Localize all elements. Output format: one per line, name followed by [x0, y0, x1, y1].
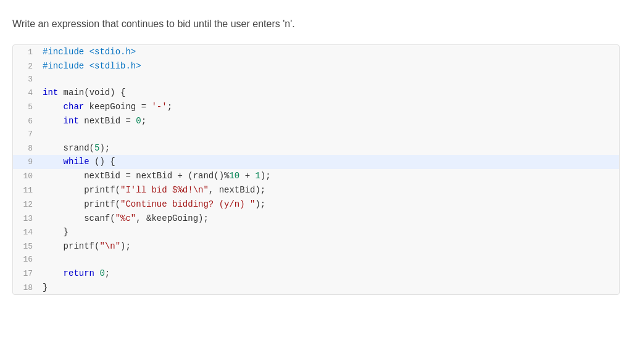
token-plain: nextBid = nextBid + (rand()%: [43, 171, 229, 181]
token-num: 10: [229, 171, 239, 181]
line-content: }: [43, 225, 619, 239]
code-line: 12 printf("Continue bidding? (y/n) ");: [13, 197, 619, 212]
line-content: int main(void) {: [43, 86, 619, 99]
token-plain: +: [239, 171, 255, 181]
line-number: 6: [13, 115, 43, 128]
line-number: 4: [13, 87, 43, 100]
line-content: srand(5);: [43, 141, 619, 155]
token-kw: return: [64, 268, 94, 278]
line-number: 7: [13, 128, 43, 141]
token-plain: ;: [105, 268, 110, 278]
line-content: #include <stdio.h>: [43, 45, 619, 59]
code-line: 5 char keepGoing = '-';: [13, 100, 619, 114]
token-plain: , nextBid);: [209, 185, 265, 195]
code-line: 8 srand(5);: [13, 141, 619, 155]
line-content: int nextBid = 0;: [43, 114, 619, 128]
line-content: while () {: [43, 155, 619, 168]
line-number: 2: [13, 60, 43, 73]
token-plain: keepGoing =: [84, 102, 151, 112]
token-plain: (: [89, 157, 100, 167]
line-number: 18: [13, 282, 43, 295]
token-plain: , &keepGoing);: [136, 213, 209, 223]
token-str: '-': [151, 102, 167, 112]
code-line: 6 int nextBid = 0;: [13, 114, 619, 128]
token-plain: [84, 47, 89, 57]
code-line: 9 while () {: [13, 155, 619, 169]
token-pp: <stdlib.h>: [89, 61, 141, 71]
line-content: #include <stdlib.h>: [43, 59, 619, 73]
line-number: 11: [13, 184, 43, 197]
token-pp: <stdio.h>: [89, 47, 136, 57]
instruction-text: Write an expression that continues to bi…: [12, 19, 620, 30]
token-kw: while: [64, 157, 89, 167]
token-plain: ) {: [99, 157, 115, 167]
token-plain: printf(: [43, 241, 99, 251]
line-number: 3: [13, 73, 43, 86]
token-str: "\n": [99, 241, 120, 251]
token-plain: main(void) {: [58, 88, 125, 97]
line-content: printf("\n");: [43, 239, 619, 253]
code-line: 10 nextBid = nextBid + (rand()%10 + 1);: [13, 169, 619, 183]
token-type: int: [64, 116, 79, 126]
code-line: 1#include <stdio.h>: [13, 45, 619, 59]
line-number: 10: [13, 170, 43, 183]
line-content: scanf("%c", &keepGoing);: [43, 212, 619, 225]
line-content: return 0;: [43, 267, 619, 280]
code-editor: 1#include <stdio.h>2#include <stdlib.h>3…: [12, 44, 620, 295]
code-line: 3: [13, 73, 619, 86]
token-plain: printf(: [43, 185, 120, 195]
line-number: 17: [13, 268, 43, 281]
page-container: Write an expression that continues to bi…: [0, 0, 632, 307]
line-number: 12: [13, 199, 43, 212]
token-num: 1: [255, 171, 260, 181]
token-num: 0: [99, 268, 104, 278]
token-plain: );: [255, 199, 265, 209]
token-plain: [43, 102, 64, 112]
token-plain: );: [260, 171, 271, 181]
line-number: 1: [13, 46, 43, 59]
line-content: printf("Continue bidding? (y/n) ");: [43, 197, 619, 211]
line-content: nextBid = nextBid + (rand()%10 + 1);: [43, 169, 619, 183]
line-number: 15: [13, 241, 43, 254]
token-type: int: [43, 88, 58, 97]
token-plain: [43, 268, 64, 278]
code-line: 14 }: [13, 225, 619, 239]
token-plain: );: [99, 143, 110, 153]
code-line: 16: [13, 254, 619, 267]
token-plain: [84, 61, 89, 71]
token-plain: }: [43, 227, 69, 237]
token-pp: #include: [43, 61, 84, 71]
code-line: 4int main(void) {: [13, 86, 619, 100]
line-number: 14: [13, 226, 43, 239]
token-str: "%c": [115, 213, 136, 223]
code-line: 15 printf("\n");: [13, 239, 619, 254]
line-number: 9: [13, 156, 43, 169]
token-plain: printf(: [43, 199, 120, 209]
code-line: 7: [13, 128, 619, 141]
token-plain: [43, 116, 64, 126]
token-pp: #include: [43, 47, 84, 57]
code-line: 13 scanf("%c", &keepGoing);: [13, 212, 619, 226]
token-num: 0: [136, 116, 141, 126]
line-number: 16: [13, 254, 43, 267]
token-plain: ;: [141, 116, 146, 126]
token-type: char: [64, 102, 85, 112]
code-lines: 1#include <stdio.h>2#include <stdlib.h>3…: [13, 45, 619, 294]
token-plain: nextBid =: [79, 116, 136, 126]
token-str: "Continue bidding? (y/n) ": [120, 199, 255, 209]
code-line: 11 printf("I'll bid $%d!\n", nextBid);: [13, 183, 619, 197]
line-number: 8: [13, 143, 43, 155]
line-number: 5: [13, 101, 43, 114]
token-plain: }: [43, 283, 48, 292]
token-plain: scanf(: [43, 213, 115, 223]
token-plain: srand(: [43, 143, 94, 153]
code-line: 2#include <stdlib.h>: [13, 59, 619, 73]
line-content: }: [43, 281, 619, 294]
code-line: 18}: [13, 281, 619, 295]
token-plain: );: [120, 241, 131, 251]
token-str: "I'll bid $%d!\n": [120, 185, 209, 195]
token-plain: [43, 157, 64, 167]
line-number: 13: [13, 213, 43, 226]
code-line: 17 return 0;: [13, 267, 619, 281]
line-content: printf("I'll bid $%d!\n", nextBid);: [43, 183, 619, 197]
